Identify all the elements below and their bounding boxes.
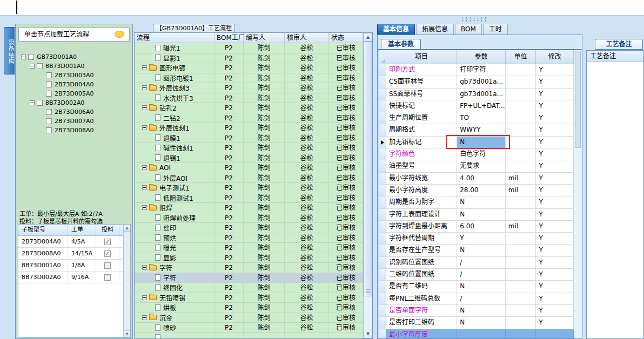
param-row[interactable]: 最小字符厚度: [379, 329, 574, 338]
expander-icon[interactable]: [142, 165, 147, 170]
flow-row[interactable]: 无铅喷锡P2陈剑谷松已审核: [135, 293, 363, 303]
flow-row[interactable]: 二钻2P2陈剑谷松已审核: [135, 113, 363, 124]
col-header-writer[interactable]: 编写人: [244, 33, 285, 43]
node-checkbox[interactable]: [46, 109, 52, 115]
param-row[interactable]: 字符上表面理设计NY: [379, 209, 574, 221]
param-value[interactable]: [457, 329, 505, 338]
flow-row[interactable]: 喷砂P2陈剑谷松已审核: [135, 323, 363, 333]
param-value[interactable]: N: [457, 305, 505, 316]
col-header-item[interactable]: 项目: [386, 50, 457, 64]
col-header-feed[interactable]: 投料: [96, 225, 119, 235]
tree-node[interactable]: 2B73D004A0: [21, 80, 130, 89]
param-value[interactable]: N: [457, 281, 505, 292]
param-value[interactable]: 无要求: [457, 160, 505, 172]
col-header-reviewer[interactable]: 核审人: [285, 33, 329, 43]
parameter-scrollbar[interactable]: [574, 50, 581, 338]
node-checkbox[interactable]: [37, 100, 43, 106]
node-checkbox[interactable]: [46, 82, 52, 87]
param-value[interactable]: /: [457, 269, 505, 280]
expander-icon[interactable]: [142, 185, 147, 190]
param-value[interactable]: N: [457, 245, 505, 256]
flow-row[interactable]: 丝印P2陈剑谷松已审核: [135, 223, 363, 233]
param-row[interactable]: 识别码位置图纸/Y: [379, 257, 574, 269]
tab-basic-info[interactable]: 基本信息: [377, 24, 415, 35]
param-row[interactable]: 是否单面字符NY: [379, 305, 574, 317]
param-row[interactable]: 字符到焊盘最小距离6.00milY: [379, 221, 574, 233]
flow-row[interactable]: 外层蚀刻1P2陈剑谷松已审核: [135, 123, 363, 133]
param-value[interactable]: gb73d001a...: [457, 76, 505, 87]
flow-scrollbar[interactable]: ▲ ▼: [363, 33, 372, 338]
subboard-scrollbar[interactable]: ▲ ▼: [123, 225, 130, 337]
flow-row[interactable]: 曝光1P2陈剑谷松已审核: [135, 43, 363, 53]
tree-node[interactable]: 8B73D002A0: [21, 98, 130, 107]
tab-basic-params[interactable]: 基本参数: [381, 39, 421, 50]
param-value[interactable]: Y: [457, 233, 505, 244]
col-header-process[interactable]: 流程: [135, 33, 214, 43]
expander-icon[interactable]: [142, 295, 147, 300]
flow-panel-tab[interactable]: 【GB73D001A0】工艺流程: [153, 24, 235, 33]
flow-row[interactable]: AOIP2陈剑谷松已审核: [135, 163, 363, 173]
feed-checkbox[interactable]: [104, 274, 111, 281]
flow-row[interactable]: 水洗烘干3P2陈剑谷松已审核: [135, 93, 363, 104]
param-row[interactable]: 最小字符高度28.00milY: [379, 185, 574, 196]
param-row[interactable]: 字符框代替周期YY: [379, 233, 574, 245]
param-row[interactable]: 最小字符线宽4.00milY: [379, 173, 574, 185]
col-header-value[interactable]: 参数: [457, 50, 505, 64]
flow-row[interactable]: 退膜1P2陈剑谷松已审核: [135, 133, 363, 144]
flow-row[interactable]: 字符P2陈剑谷松已审核: [135, 273, 363, 283]
expander-icon[interactable]: [30, 100, 35, 105]
expander-icon[interactable]: [142, 65, 147, 70]
tree-node[interactable]: 2B73D006A0: [21, 107, 130, 117]
flow-row[interactable]: 字符P2陈剑谷松已审核: [135, 263, 363, 273]
tree-node[interactable]: 8B73D001A0: [21, 62, 130, 71]
node-checkbox[interactable]: [46, 72, 52, 78]
subboard-row[interactable]: 2B73D004A04/5A✓: [18, 236, 130, 248]
param-row[interactable]: 油墨型号无要求Y: [379, 160, 574, 172]
subboard-row[interactable]: 8B73D002A09/16A: [18, 272, 130, 283]
param-value[interactable]: gb73d001a...: [457, 89, 505, 100]
flow-row[interactable]: 外层蚀刻3P2陈剑谷松已审核: [135, 83, 363, 93]
tree-node[interactable]: 2B73D008A0: [21, 126, 130, 135]
param-row[interactable]: 是否打印二维码NY: [379, 317, 574, 329]
node-checkbox[interactable]: [46, 118, 52, 124]
subboard-row[interactable]: 8B73D001A01/8A: [18, 260, 130, 272]
col-header-modify[interactable]: 修改: [536, 50, 574, 64]
flow-row[interactable]: 图形电镀1P2陈剑谷松已审核: [135, 73, 363, 84]
tab-process-remark[interactable]: 工艺备注: [595, 39, 643, 50]
flow-row[interactable]: 阻焊前处理P2陈剑谷松已审核: [135, 213, 363, 223]
param-row[interactable]: 印刷方式打印字符Y: [379, 64, 574, 76]
tree-node[interactable]: GB73D001A0: [21, 52, 130, 62]
flow-row[interactable]: 烘板P2陈剑谷松已审核: [135, 303, 363, 313]
param-value[interactable]: N: [457, 317, 505, 328]
flow-row[interactable]: [135, 333, 363, 339]
side-tab-structure[interactable]: 设备结构: [4, 27, 15, 74]
tab-worktime[interactable]: 工时: [483, 24, 508, 35]
flow-row[interactable]: 预烘P2陈剑谷松已审核: [135, 233, 363, 243]
col-header-order[interactable]: 工单: [68, 225, 96, 235]
scroll-down-icon[interactable]: ▼: [364, 330, 372, 338]
param-row[interactable]: 是否存在生产型号NY: [379, 245, 574, 256]
param-value[interactable]: /: [457, 257, 505, 268]
tab-extended-info[interactable]: 拓展信息: [416, 24, 454, 35]
tree-node[interactable]: 2B73D003A0: [21, 71, 130, 80]
param-row[interactable]: 周期是否为阴字NY: [379, 196, 574, 208]
param-value[interactable]: 28.00: [457, 185, 505, 196]
param-value[interactable]: TO: [457, 112, 505, 124]
node-checkbox[interactable]: [37, 63, 43, 69]
param-value[interactable]: 4.00: [457, 173, 505, 184]
flow-row[interactable]: 显影1P2陈剑谷松已审核: [135, 53, 363, 64]
flow-row[interactable]: 低阻测试1P2陈剑谷松已审核: [135, 193, 363, 204]
tab-bom[interactable]: BOM: [455, 24, 482, 35]
col-header-model[interactable]: 子板型号: [18, 225, 68, 235]
expander-icon[interactable]: [142, 85, 147, 90]
scrollbar-thumb[interactable]: [364, 42, 372, 296]
param-row[interactable]: 二维码位置图纸/Y: [379, 269, 574, 281]
param-value[interactable]: 白色字符: [457, 148, 505, 160]
flow-row[interactable]: 碱性蚀刻1P2陈剑谷松已审核: [135, 143, 363, 153]
flow-row[interactable]: 外层AOIP2陈剑谷松已审核: [135, 173, 363, 184]
expander-icon[interactable]: [142, 315, 147, 320]
flow-row[interactable]: 阻焊P2陈剑谷松已审核: [135, 203, 363, 213]
param-value[interactable]: 6.00: [457, 221, 505, 232]
col-header-factory[interactable]: BOM工厂: [214, 33, 244, 43]
param-value[interactable]: /: [457, 293, 505, 304]
